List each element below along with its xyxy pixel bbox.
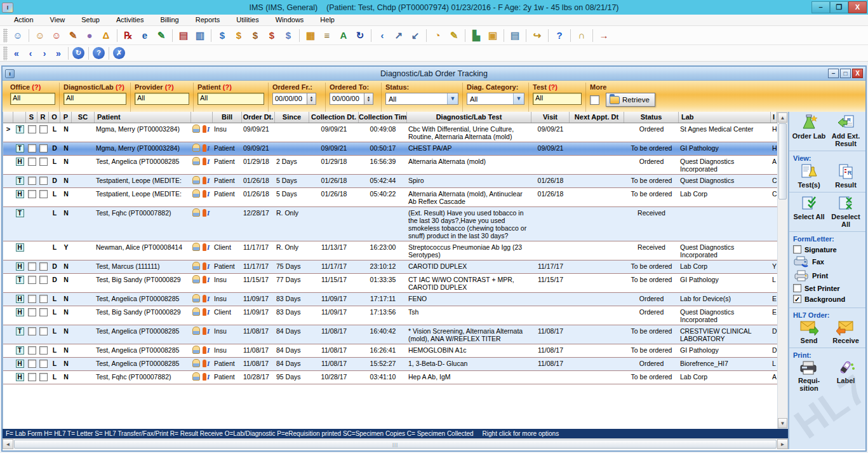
app-minimize-button[interactable]: – xyxy=(811,1,830,13)
cell-s[interactable] xyxy=(26,142,37,155)
column-header-Status[interactable]: Status xyxy=(624,112,679,123)
result-checkbox[interactable] xyxy=(39,190,48,198)
refund-icon[interactable]: $ xyxy=(281,28,296,43)
patient-avatar-icon[interactable] xyxy=(192,327,200,335)
column-header-Bill[interactable]: Bill xyxy=(213,112,242,123)
patient-alert-icon[interactable] xyxy=(203,125,206,133)
table-row[interactable]: HLYNewman, Alice (PT00008414IClient11/17… xyxy=(3,241,777,260)
billing-dollar-icon[interactable]: $ xyxy=(215,28,230,43)
view-tests-button[interactable]: Test(s) xyxy=(791,163,827,189)
cell-r[interactable] xyxy=(37,156,49,168)
cell-s[interactable] xyxy=(26,358,37,370)
result-checkbox[interactable] xyxy=(39,125,48,133)
column-header-Lab[interactable]: Lab xyxy=(679,112,771,123)
cell-r[interactable] xyxy=(37,325,49,338)
deselect-all-button[interactable]: Deselect All xyxy=(828,195,864,228)
quick-note-icon[interactable]: ↪ xyxy=(530,28,545,43)
info-icon[interactable]: I xyxy=(207,158,210,165)
cell-r[interactable] xyxy=(37,274,49,287)
view-result-button[interactable]: R Result xyxy=(828,163,864,189)
table-row[interactable]: HLNTest, Big Sandy (PT0000829IClient11/0… xyxy=(3,306,777,325)
info-icon[interactable]: I xyxy=(207,262,210,270)
info-icon[interactable]: I xyxy=(207,243,210,251)
cell-s[interactable] xyxy=(26,306,37,319)
cell-r[interactable] xyxy=(37,344,49,357)
specimen-checkbox[interactable] xyxy=(28,177,36,185)
info-icon[interactable]: I xyxy=(207,209,210,217)
patient-input[interactable]: All xyxy=(197,93,264,105)
patient-alert-icon[interactable] xyxy=(203,295,206,302)
cell-r[interactable] xyxy=(37,142,49,155)
patient-account-icon[interactable]: $ xyxy=(248,28,263,43)
diagnostic-lab-input[interactable]: All xyxy=(63,93,126,105)
window-close-button[interactable]: X xyxy=(852,69,863,78)
table-row[interactable]: HLNTest, Angelica (PT00008285IInsu11/09/… xyxy=(3,293,777,306)
nav-toolbar-grip[interactable] xyxy=(3,46,8,60)
specimen-checkbox[interactable] xyxy=(28,327,36,335)
cell-s[interactable] xyxy=(26,260,37,273)
print-label-button[interactable]: Label xyxy=(828,360,864,384)
cell-r[interactable] xyxy=(37,358,49,370)
cell-r[interactable] xyxy=(37,293,49,306)
info-icon[interactable]: I xyxy=(207,327,210,335)
first-record-icon[interactable]: « xyxy=(10,47,23,60)
cell-r[interactable] xyxy=(37,241,49,245)
patient-alert-icon[interactable] xyxy=(203,190,206,198)
cell-s[interactable] xyxy=(26,344,37,357)
app-restore-button[interactable]: ❐ xyxy=(830,1,848,13)
eligibility-shield-icon[interactable]: e xyxy=(137,28,152,43)
result-checkbox[interactable] xyxy=(39,327,48,335)
column-header-blank[interactable] xyxy=(3,112,13,123)
table-row[interactable]: HLNTestpatient, Leope (MEDITE:IPatient01… xyxy=(3,188,777,207)
sign-pen-icon[interactable]: ✎ xyxy=(154,28,169,43)
patient-avatar-icon[interactable] xyxy=(192,176,200,184)
result-checkbox[interactable] xyxy=(39,295,48,303)
clipboard-report-icon[interactable]: ▤ xyxy=(507,28,523,43)
patient-alert-icon[interactable] xyxy=(203,209,206,217)
specimen-checkbox[interactable] xyxy=(28,308,36,316)
patient-alert-icon[interactable] xyxy=(203,144,206,152)
column-header-O[interactable]: O xyxy=(49,112,60,123)
column-header-Collection Time[interactable]: Collection Time xyxy=(359,112,407,123)
cell-r[interactable] xyxy=(37,175,49,187)
specimen-checkbox[interactable] xyxy=(28,190,36,198)
retrieve-button[interactable]: Retrieve xyxy=(606,93,655,107)
info-icon[interactable]: I xyxy=(207,373,210,381)
column-header-P[interactable]: P xyxy=(60,112,72,123)
patient-alert-icon[interactable] xyxy=(203,360,206,367)
info-icon[interactable]: I xyxy=(207,190,210,198)
set-printer-checkbox-row[interactable]: Set Printer xyxy=(791,283,864,294)
last-record-icon[interactable]: » xyxy=(51,47,65,60)
menu-reports[interactable]: Reports xyxy=(188,15,228,25)
hl7-receive-button[interactable]: Receive xyxy=(828,320,864,344)
cell-s[interactable] xyxy=(26,123,37,136)
ordered-to-input[interactable]: 00/00/00 xyxy=(330,93,364,105)
appointment-clock-icon[interactable]: ◔ xyxy=(430,28,445,43)
cell-r[interactable] xyxy=(37,306,49,319)
patient-avatar-icon[interactable] xyxy=(192,189,200,198)
hl7-send-button[interactable]: Send xyxy=(791,320,827,344)
payment-posting-icon[interactable]: $ xyxy=(264,28,279,43)
cell-s[interactable] xyxy=(26,325,37,338)
column-header-S[interactable]: S xyxy=(26,112,37,123)
diag-category-select[interactable]: All ▼ xyxy=(467,93,524,105)
patient-avatar-icon[interactable] xyxy=(192,372,200,381)
refresh-icon[interactable]: ↻ xyxy=(352,28,368,43)
column-header-R[interactable]: R xyxy=(37,112,49,123)
window-titlebar[interactable]: I Diagnostic/Lab Order Tracking – □ X xyxy=(3,67,865,81)
specimen-checkbox[interactable] xyxy=(28,276,36,284)
status-dropdown-arrow-icon[interactable]: ▼ xyxy=(447,93,458,104)
spell-check-icon[interactable]: A xyxy=(336,28,351,43)
column-header-I[interactable]: I xyxy=(771,112,777,123)
patient-alert-icon[interactable] xyxy=(203,243,206,251)
result-checkbox[interactable] xyxy=(39,373,48,381)
column-header-SC[interactable]: SC xyxy=(72,112,95,123)
menu-windows[interactable]: Windows xyxy=(268,15,312,25)
patient-avatar-icon[interactable] xyxy=(192,262,200,270)
table-row[interactable]: HDNTest, Marcus (111111)IPatient11/17/17… xyxy=(3,260,777,274)
cell-r[interactable] xyxy=(37,188,49,201)
menu-action[interactable]: Action xyxy=(6,15,41,25)
patient-alert-icon[interactable] xyxy=(203,327,206,335)
result-checkbox[interactable] xyxy=(39,346,48,355)
patient-avatar-icon[interactable] xyxy=(192,308,200,316)
